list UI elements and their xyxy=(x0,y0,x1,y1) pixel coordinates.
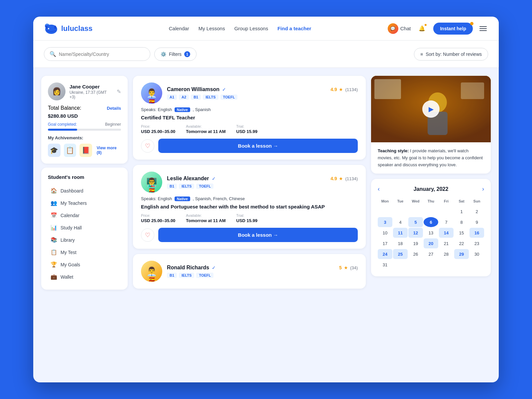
calendar-day[interactable]: 27 xyxy=(424,249,438,259)
chat-avatar: 💬 xyxy=(388,23,398,34)
calendar-day[interactable]: 17 xyxy=(378,238,392,248)
header-right: 💬 Chat 🔔 Instant help xyxy=(388,23,488,35)
calendar-day[interactable]: 16 xyxy=(469,228,484,238)
teacher-card-3: 👨‍💼 🇪🇸 Ronald Richards ✓ 5 ★ (34) xyxy=(133,254,366,289)
calendar-day[interactable]: 4 xyxy=(393,217,408,227)
calendar-day[interactable]: 11 xyxy=(393,228,408,238)
teacher-name-3: Ronald Richards xyxy=(167,265,209,271)
calendar-day[interactable]: 13 xyxy=(424,228,438,238)
calendar-day xyxy=(408,206,423,216)
video-thumbnail: ▶ xyxy=(371,76,491,142)
study-hall-label: Study Hall xyxy=(61,225,82,230)
calendar-day[interactable]: 6 xyxy=(424,217,438,227)
calendar-day[interactable]: 20 xyxy=(424,238,438,248)
search-wrapper[interactable]: 🔍 xyxy=(44,47,150,61)
calendar-day[interactable]: 24 xyxy=(378,249,392,259)
calendar-day[interactable]: 30 xyxy=(469,249,484,259)
filters-button[interactable]: ⚙️ Filters 1 xyxy=(154,48,197,61)
calendar-next-button[interactable]: › xyxy=(482,186,484,193)
calendar-day[interactable]: 14 xyxy=(439,228,454,238)
level-tag-b1-3: B1 xyxy=(167,273,177,278)
calendar-day[interactable]: 25 xyxy=(393,249,408,259)
play-button[interactable]: ▶ xyxy=(422,100,440,118)
calendar-day[interactable]: 10 xyxy=(378,228,392,238)
calendar-day[interactable]: 7 xyxy=(439,217,454,227)
logo[interactable]: luluclass xyxy=(44,23,92,35)
rating-2: 4.9 ★ (1134) xyxy=(331,176,358,181)
calendar-day[interactable]: 12 xyxy=(408,228,423,238)
day-wed: Wed xyxy=(408,198,423,204)
view-more-link[interactable]: View more (8) xyxy=(97,146,121,155)
filter-count: 1 xyxy=(184,51,190,57)
search-input[interactable] xyxy=(59,52,145,57)
edit-icon[interactable]: ✎ xyxy=(117,88,121,95)
sidebar-item-wallet[interactable]: 💼 Wallet xyxy=(48,271,121,283)
notifications-button[interactable]: 🔔 xyxy=(416,23,428,35)
calendar-day[interactable]: 19 xyxy=(408,238,423,248)
trial-value-2: USD 15.99 xyxy=(236,218,258,223)
sidebar-item-my-test[interactable]: 📋 My Test xyxy=(48,246,121,258)
teacher-actions-1: ♡ Book a lesson → xyxy=(141,139,358,153)
favorite-button-1[interactable]: ♡ xyxy=(141,139,154,153)
calendar-day[interactable]: 26 xyxy=(408,249,423,259)
nav-find-teacher[interactable]: Find a teacher xyxy=(277,26,311,31)
level-tag-toefl: TOEFL xyxy=(220,94,238,100)
header-nav: Calendar My Lessons Group Lessons Find a… xyxy=(103,26,377,31)
sidebar-item-my-teachers[interactable]: 👥 My Teachers xyxy=(48,197,121,209)
hamburger-line-1 xyxy=(479,26,487,27)
star-icon-1: ★ xyxy=(339,87,343,92)
sidebar-item-calendar[interactable]: 📅 Calendar xyxy=(48,209,121,221)
rating-count-3: (34) xyxy=(350,265,358,270)
favorite-button-2[interactable]: ♡ xyxy=(141,228,154,242)
calendar-day[interactable]: 21 xyxy=(439,238,454,248)
calendar-day[interactable]: 2 xyxy=(469,206,484,216)
teacher-avatar-1: 👨‍💼 🇪🇸 xyxy=(141,82,162,104)
calendar-card: ‹ January, 2022 › Mon Tue Wed Thu Fri Sa… xyxy=(371,179,491,276)
sidebar-item-study-hall[interactable]: 📊 Study Hall xyxy=(48,221,121,234)
my-goals-label: My Goals xyxy=(61,262,80,267)
calendar-day[interactable]: 22 xyxy=(454,238,469,248)
calendar-header: ‹ January, 2022 › xyxy=(378,186,484,193)
chat-button[interactable]: 💬 Chat xyxy=(388,23,411,34)
calendar-day[interactable]: 3 xyxy=(378,217,392,227)
level-tag-ielts: IELTS xyxy=(203,94,218,100)
available-item-2: Available: Tomorrow at 11 AM xyxy=(186,213,225,223)
calendar-day[interactable]: 15 xyxy=(454,228,469,238)
calendar-day[interactable]: 23 xyxy=(469,238,484,248)
calendar-day[interactable]: 1 xyxy=(454,206,469,216)
nav-group-lessons[interactable]: Group Lessons xyxy=(234,26,268,31)
calendar-grid: Mon Tue Wed Thu Fri Sat Sun 123456789101… xyxy=(378,198,484,270)
sidebar-item-library[interactable]: 📚 Library xyxy=(48,234,121,246)
teacher-flag-2: 🇪🇸 xyxy=(149,188,155,193)
level-tag-b1-2: B1 xyxy=(167,184,177,189)
instant-help-label: Instant help xyxy=(440,26,466,31)
calendar-day[interactable]: 9 xyxy=(469,217,484,227)
day-tue: Tue xyxy=(393,198,408,204)
my-teachers-label: My Teachers xyxy=(61,200,87,206)
sidebar-item-dashboard[interactable]: 🏠 Dashboard xyxy=(48,185,121,197)
instant-help-button[interactable]: Instant help xyxy=(433,23,473,35)
calendar-day[interactable]: 5 xyxy=(408,217,423,227)
calendar-day[interactable]: 8 xyxy=(454,217,469,227)
book-lesson-button-2[interactable]: Book a lesson → xyxy=(158,228,358,242)
teacher-header-1: 👨‍💼 🇪🇸 Cameron Williamson ✓ 4.9 ★ (1134) xyxy=(141,82,358,104)
hamburger-menu[interactable] xyxy=(478,25,488,32)
profile-info: Jane Cooper Ukraine, 17:37 (GMT +3) xyxy=(69,84,113,99)
calendar-day[interactable]: 31 xyxy=(378,260,392,270)
sidebar-item-my-goals[interactable]: 🏆 My Goals xyxy=(48,258,121,271)
calendar-day[interactable]: 29 xyxy=(454,249,469,259)
achievements-row: 🎓 📋 📕 View more (8) xyxy=(48,144,121,157)
video-card: ▶ Teaching style: I provide materials, w… xyxy=(371,76,491,174)
star-icon-3: ★ xyxy=(344,265,348,270)
calendar-day[interactable]: 18 xyxy=(393,238,408,248)
calendar-day[interactable]: 28 xyxy=(439,249,454,259)
nav-my-lessons[interactable]: My Lessons xyxy=(199,26,225,31)
book-lesson-button-1[interactable]: Book a lesson → xyxy=(158,139,358,153)
sort-button[interactable]: ≡ Sort by: Number of reviews xyxy=(414,48,488,61)
teacher-flag-1: 🇪🇸 xyxy=(149,98,155,104)
details-link[interactable]: Details xyxy=(107,106,121,111)
nav-calendar[interactable]: Calendar xyxy=(169,26,189,31)
rating-score-2: 4.9 xyxy=(331,176,337,181)
calendar-days: 1234567891011121314151617181920212223242… xyxy=(378,206,484,270)
calendar-prev-button[interactable]: ‹ xyxy=(378,186,380,193)
